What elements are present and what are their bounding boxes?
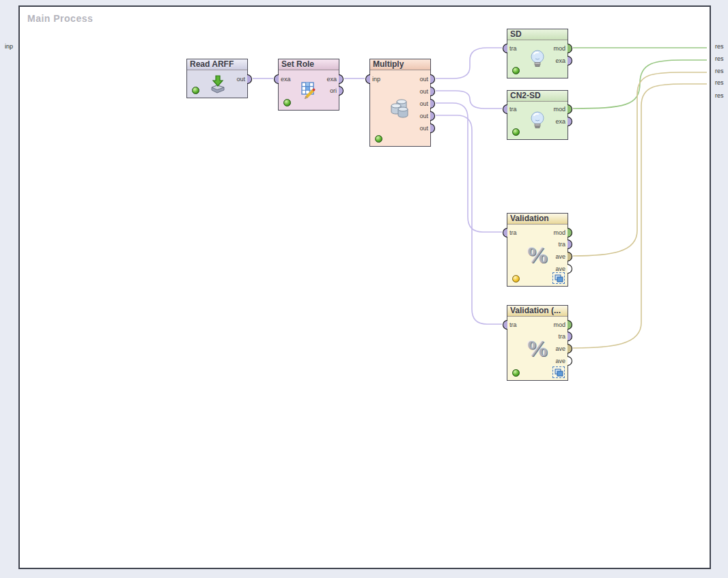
- port-connector: [339, 74, 344, 84]
- operator-title[interactable]: Read ARFF: [187, 59, 247, 70]
- lightbulb-icon: [529, 49, 546, 70]
- result-port-label: res: [715, 43, 724, 50]
- wire-cn2sd-res2: [573, 60, 707, 109]
- status-warning-icon: [512, 275, 520, 283]
- process-input-label: inp: [5, 43, 13, 50]
- port-tra[interactable]: tra: [503, 44, 517, 53]
- port-out-4[interactable]: out: [419, 111, 435, 121]
- wire-multiply-sd: [436, 48, 502, 78]
- percent-icon: %: [526, 337, 549, 360]
- lightbulb-icon: [529, 111, 546, 131]
- status-ok-icon: [375, 135, 382, 143]
- port-out[interactable]: out: [236, 74, 252, 84]
- port-inp[interactable]: inp: [365, 74, 380, 84]
- percent-icon: %: [526, 244, 549, 267]
- port-mod[interactable]: mod: [553, 228, 572, 237]
- port-out-3[interactable]: out: [419, 99, 435, 109]
- port-connector: [339, 86, 344, 96]
- operator-title[interactable]: CN2-SD: [507, 91, 568, 102]
- result-port-label: res: [715, 55, 724, 62]
- operator-validation-2[interactable]: Validation (... % tra mod tra ave ave: [507, 305, 568, 381]
- port-connector: [503, 104, 507, 114]
- subprocess-icon[interactable]: [552, 366, 565, 378]
- process-canvas[interactable]: Main Process Read ARFF: [18, 5, 711, 569]
- status-ok-icon: [512, 128, 520, 136]
- port-out-1[interactable]: out: [419, 74, 435, 84]
- port-connector: [430, 74, 435, 84]
- status-ok-icon: [512, 67, 520, 74]
- result-port-label: res: [715, 92, 724, 99]
- operator-title[interactable]: Validation (...: [507, 306, 568, 317]
- port-tra-in[interactable]: tra: [503, 228, 517, 237]
- wire-multiply-cn2sd: [436, 91, 502, 109]
- wire-multiply-validation2: [436, 115, 502, 324]
- result-port-label: res: [715, 79, 724, 86]
- port-connector: [430, 111, 435, 121]
- port-connector: [430, 87, 435, 96]
- port-ave-2[interactable]: ave: [555, 356, 572, 366]
- result-port-label: res: [715, 68, 724, 74]
- port-connector: [503, 320, 507, 330]
- port-exa[interactable]: exa: [555, 117, 572, 126]
- port-tra-out[interactable]: tra: [558, 240, 572, 249]
- port-connector: [274, 74, 279, 84]
- port-ave-1[interactable]: ave: [555, 252, 572, 261]
- port-connector: [430, 124, 435, 133]
- operator-title[interactable]: Validation: [507, 214, 568, 225]
- database-stack-icon: [389, 98, 412, 119]
- port-out-5[interactable]: out: [419, 124, 435, 133]
- port-connector: [568, 332, 572, 341]
- port-ori-out[interactable]: ori: [330, 86, 344, 96]
- port-connector: [503, 44, 507, 53]
- port-exa[interactable]: exa: [555, 56, 572, 66]
- port-connector: [568, 56, 572, 66]
- status-ok-icon: [192, 87, 199, 94]
- port-connector: [568, 228, 572, 237]
- wire-validation-res3: [573, 72, 707, 256]
- operator-sd[interactable]: SD tra mod exa: [507, 29, 568, 78]
- port-tra-in[interactable]: tra: [503, 320, 517, 330]
- status-ok-icon: [283, 99, 291, 106]
- operator-multiply[interactable]: Multiply inp out: [369, 59, 431, 147]
- port-connector: [568, 264, 572, 274]
- table-pencil-icon: [298, 80, 319, 100]
- import-arff-icon: [207, 74, 227, 94]
- port-exa-out[interactable]: exa: [326, 74, 344, 84]
- port-mod[interactable]: mod: [553, 104, 572, 114]
- operator-validation[interactable]: Validation % tra mod tra ave ave: [507, 213, 568, 287]
- status-ok-icon: [512, 369, 520, 377]
- port-connector: [430, 99, 435, 109]
- process-designer: inp res res res res res Main Process: [0, 0, 728, 578]
- port-connector: [365, 74, 370, 84]
- operator-set-role[interactable]: Set Role exa exa: [278, 59, 339, 111]
- operator-title[interactable]: SD: [507, 29, 568, 40]
- port-out-2[interactable]: out: [419, 87, 435, 96]
- wire-multiply-validation: [436, 103, 502, 232]
- port-connector: [247, 74, 252, 84]
- port-tra-out[interactable]: tra: [558, 332, 572, 341]
- port-connector: [503, 228, 507, 237]
- connection-wires: [20, 7, 710, 568]
- port-connector: [568, 344, 572, 353]
- port-connector: [568, 252, 572, 261]
- port-ave-1[interactable]: ave: [555, 344, 572, 353]
- port-connector: [568, 44, 572, 53]
- port-connector: [568, 320, 572, 330]
- port-connector: [568, 240, 572, 249]
- port-tra[interactable]: tra: [503, 104, 517, 114]
- process-title: Main Process: [27, 13, 93, 24]
- operator-cn2-sd[interactable]: CN2-SD tra mod exa: [507, 90, 568, 140]
- port-connector: [568, 356, 572, 366]
- operator-title[interactable]: Multiply: [370, 59, 430, 70]
- port-mod[interactable]: mod: [553, 320, 572, 330]
- port-connector: [568, 104, 572, 114]
- operator-read-arff[interactable]: Read ARFF out: [186, 59, 248, 98]
- wire-validation2-res4: [573, 84, 707, 348]
- port-connector: [568, 117, 572, 126]
- port-mod[interactable]: mod: [553, 44, 572, 53]
- port-exa-in[interactable]: exa: [274, 74, 291, 84]
- subprocess-icon[interactable]: [552, 272, 565, 284]
- operator-title[interactable]: Set Role: [279, 59, 339, 70]
